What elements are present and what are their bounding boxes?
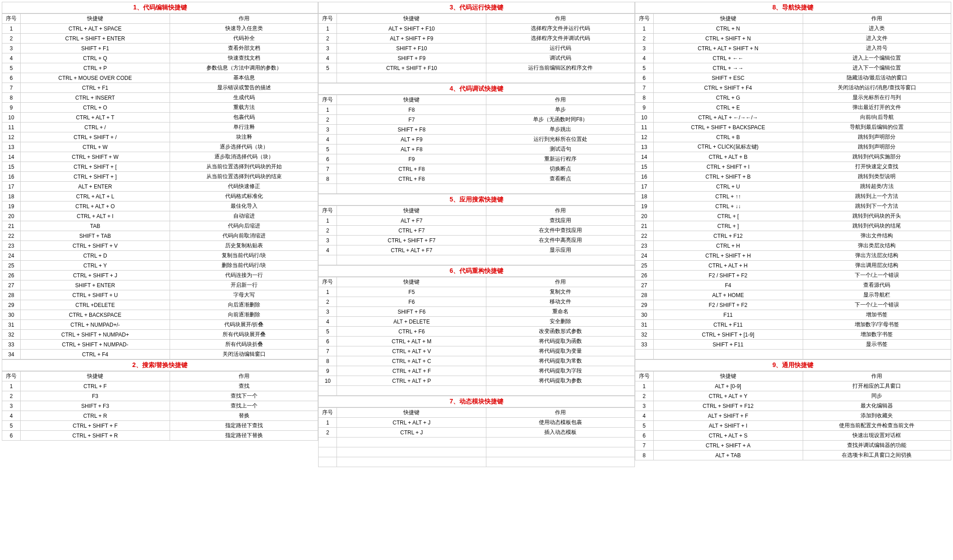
row-number: 16 [635,172,653,182]
row-number: 1 [635,24,653,34]
table-row: 4ALT + F9运行到光标所在位置处 [319,135,634,144]
num-header: 序号 [319,408,337,418]
row-number: 14 [635,152,653,162]
shortcut-table: 序号快捷键作用1CTRL + N进入类2CTRL + SHIFT + N进入文件… [635,13,951,359]
column-2: 3、代码运行快捷键序号快捷键作用1ALT + SHIFT + F10选择程序文件… [318,2,634,467]
table-row: 7CTRL + F8切换断点 [319,164,634,174]
empty-row [319,73,634,83]
shortcut-action: 单步跳出 [486,125,634,135]
shortcut-key: SHIFT + F1 [21,44,170,53]
table-row: 2CTRL + F7在文件中查找应用 [319,226,634,236]
shortcut-key: CTRL + P [21,63,170,73]
shortcut-key: CTRL + SHIFT + F7 [337,236,486,245]
table-row: 12CTRL + B跳转到声明部分 [635,132,951,142]
shortcut-key: CTRL + SHIFT + U [21,290,170,300]
shortcut-key: CTRL + R [21,411,170,421]
row-number: 2 [2,391,21,401]
row-number: 2 [635,391,653,401]
table-row: 20CTRL + ALT + I自动缩进 [2,211,318,221]
row-number: 24 [635,251,653,261]
shortcut-action: 显示书签 [803,340,951,350]
row-number: 5 [319,144,337,154]
shortcut-key: ALT + SHIFT + I [653,421,803,431]
shortcut-key: CTRL + SHIFT + ] [21,172,170,182]
row-number: 9 [635,103,653,113]
shortcut-action: 将代码提取为变量 [486,346,634,356]
shortcut-key: CTRL + F [21,381,170,391]
row-number: 21 [2,221,21,231]
shortcut-key: CTRL + ALT + F [337,366,486,376]
row-number: 1 [2,381,21,391]
row-number: 1 [319,24,337,34]
shortcut-key: SHIFT + F11 [653,340,803,350]
shortcut-table: 序号快捷键作用1CTRL + ALT + SPACE快速导入任意类2CTRL +… [2,13,318,359]
shortcut-action: 复制当前代码行/块 [170,251,318,261]
table-row: 10CTRL + ALT + ←/→←/→向前/向后导航 [635,113,951,122]
row-number: 1 [319,287,337,297]
row-number: 11 [2,122,21,132]
shortcut-action: 向后逐渐删除 [170,300,318,310]
table-row: 23CTRL + H弹出类层次结构 [635,241,951,251]
shortcut-key: CTRL + MOUSE OVER CODE [21,73,170,83]
shortcut-key: CTRL + G [653,93,803,103]
shortcut-key: CTRL + SHIFT + R [21,431,170,441]
shortcut-key: CTRL + ALT + F7 [337,245,486,255]
shortcut-key: ALT + SHIFT + F [653,411,803,421]
shortcut-key: CTRL + N [653,24,803,34]
shortcut-key: CTRL + ↑↑ [653,192,803,201]
shortcut-key: CTRL + Y [21,261,170,271]
shortcut-key: CTRL + J [337,428,486,438]
table-row: 4CTRL + R替换 [2,411,318,421]
shortcut-key: CTRL + ALT + C [337,356,486,366]
section-title: 7、动态模块快捷键 [318,396,634,407]
shortcut-action: 替换 [170,411,318,421]
table-row: 7CTRL + F1显示错误或警告的描述 [2,83,318,93]
row-number: 26 [635,271,653,280]
shortcut-key: CTRL + ALT + L [21,192,170,201]
shortcut-key: F6 [337,297,486,307]
shortcut-key: F9 [337,154,486,164]
shortcut-key: CTRL + Q [21,53,170,63]
row-number: 27 [635,280,653,290]
row-number: 22 [635,231,653,241]
row-number: 30 [635,310,653,320]
shortcut-action: 单行注释 [170,122,318,132]
shortcut-action: 查看源代码 [803,280,951,290]
shortcut-action: 显示错误或警告的描述 [170,83,318,93]
row-number: 6 [2,73,21,83]
table-row: 7CTRL + SHIFT + F4关闭活动的运行/消息/查找等窗口 [635,83,951,93]
row-number: 15 [635,162,653,172]
table-row: 15CTRL + SHIFT + [从当前位置选择到代码块的开始 [2,162,318,172]
shortcut-table: 序号快捷键作用1F5复制文件2F6移动文件3SHIFT + F6重命名4ALT … [318,277,634,396]
table-row: 8CTRL + G显示光标所在行与列 [635,93,951,103]
shortcut-key: CTRL + F4 [21,350,170,359]
table-row: 8CTRL + INSERT生成代码 [2,93,318,103]
shortcut-key: CTRL + SHIFT + I [653,162,803,172]
shortcut-key: CTRL + F8 [337,164,486,174]
shortcut-action: 跳转到代码块的开头 [803,211,951,221]
shortcut-key: CTRL + F12 [653,231,803,241]
shortcut-action: 跳转到代码块的结尾 [803,221,951,231]
shortcut-action: 插入动态模板 [486,428,634,438]
table-row: 30CTRL + BACKSPACE向前逐渐删除 [2,310,318,320]
shortcut-key: CTRL + ALT + B [653,152,803,162]
shortcut-key: CTRL + SHIFT + [1-9] [653,330,803,340]
shortcut-key: CTRL + ALT + SHIFT + N [653,44,803,53]
shortcut-action: 跳转到声明部分 [803,132,951,142]
shortcut-key: CTRL + ] [653,221,803,231]
row-number: 7 [2,83,21,93]
table-row: 25CTRL + ALT + H弹出调用层次结构 [635,261,951,271]
shortcut-action: 弹出文件结构 [803,231,951,241]
table-row: 33SHIFT + F11显示书签 [635,340,951,350]
table-row: 4CTRL + Q快速查找文档 [2,53,318,63]
row-number: 2 [635,34,653,44]
shortcut-key: ALT + TAB [653,451,803,460]
row-number: 7 [319,164,337,174]
shortcut-key: CTRL + U [653,182,803,192]
shortcut-action: 重命名 [486,307,634,317]
shortcut-key: CTRL + ←← [653,53,803,63]
table-row: 24CTRL + SHIFT + H弹出方法层次结构 [635,251,951,261]
shortcut-key: SHIFT + F8 [337,125,486,135]
table-row: 8CTRL + F8查看断点 [319,174,634,184]
row-number: 3 [319,44,337,53]
